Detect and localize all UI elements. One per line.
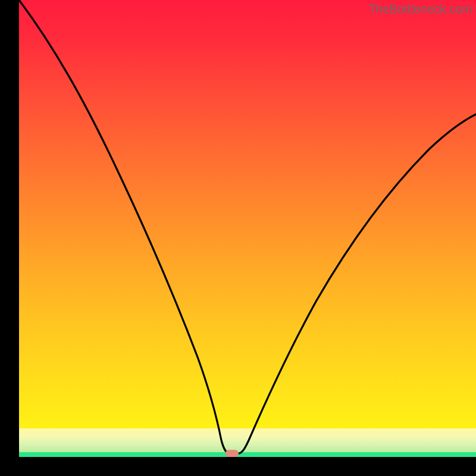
optimal-point-marker bbox=[226, 450, 239, 457]
chart-frame: TheBottleneck.com bbox=[0, 0, 476, 476]
watermark-text: TheBottleneck.com bbox=[368, 2, 472, 16]
curve-path bbox=[19, 0, 476, 453]
bottleneck-curve bbox=[19, 0, 476, 457]
plot-area: TheBottleneck.com bbox=[19, 0, 476, 457]
